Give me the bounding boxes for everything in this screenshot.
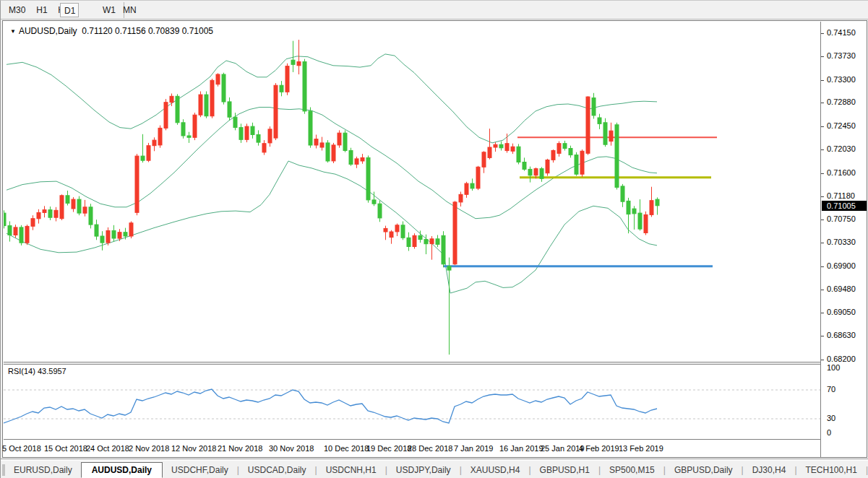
timeframe-button-d1[interactable]: D1 xyxy=(60,3,79,17)
chart-tab-bar: EURUSD,DailyAUDUSD,DailyUSDCHF,Daily|USD… xyxy=(1,461,868,478)
rsi-tick-label: 70 xyxy=(827,385,835,394)
tab-usdcad-daily[interactable]: USDCAD,Daily xyxy=(239,463,315,477)
price-tick-mark xyxy=(821,103,824,103)
price-tick-mark xyxy=(821,336,824,336)
date-tick-label: 7 Jan 2019 xyxy=(454,444,493,453)
tab-eurusd-daily[interactable]: EURUSD,Daily xyxy=(5,463,81,477)
tab-usdchf-daily[interactable]: USDCHF,Daily xyxy=(163,463,237,477)
tab-xauusd-h4[interactable]: XAUUSD,H4 xyxy=(462,463,529,477)
price-tick-label: 0.73300 xyxy=(827,75,856,84)
price-tick-mark xyxy=(821,220,824,220)
date-tick-label: 25 Jan 2019 xyxy=(541,444,585,453)
date-tick-label: 12 Nov 2018 xyxy=(171,444,216,453)
price-tick-label: 0.72880 xyxy=(827,97,856,106)
date-tick-label: 15 Oct 2018 xyxy=(44,444,87,453)
date-tick-label: 21 Nov 2018 xyxy=(218,444,262,453)
price-tick-label: 0.70330 xyxy=(827,238,856,246)
tab-gbpusd-h1[interactable]: GBPUSD,H1 xyxy=(531,463,598,477)
candlestick-canvas[interactable] xyxy=(4,22,820,362)
price-axis[interactable]: 0.71005 0.741500.737300.733000.728800.72… xyxy=(820,22,867,457)
tab-audusd-daily[interactable]: AUDUSD,Daily xyxy=(81,462,163,478)
price-tick-mark xyxy=(821,33,824,34)
rsi-line xyxy=(4,389,657,423)
rsi-tick-label: 100 xyxy=(827,363,840,372)
price-tick-label: 0.72030 xyxy=(827,144,856,153)
date-tick-label: 24 Oct 2018 xyxy=(86,444,129,453)
rsi-tick-label: 0 xyxy=(827,428,831,437)
date-tick-label: 16 Jan 2019 xyxy=(499,444,543,453)
chart-ohlc-values: 0.71120 0.71156 0.70839 0.71005 xyxy=(82,26,213,36)
bollinger-lower-band xyxy=(7,161,657,293)
price-tick-mark xyxy=(821,56,824,57)
price-tick-label: 0.73730 xyxy=(827,51,856,60)
date-tick-label: 13 Feb 2019 xyxy=(619,444,663,453)
chart-window: ▼AUDUSD,Daily 0.71120 0.71156 0.70839 0.… xyxy=(2,20,867,458)
date-tick-label: 19 Dec 2018 xyxy=(366,444,411,453)
date-tick-label: 2 Nov 2018 xyxy=(129,444,169,453)
candles xyxy=(4,40,659,355)
price-tick-mark xyxy=(821,80,824,81)
mt4-window: M30H1H4D1W1MN ▼AUDUSD,Daily 0.71120 0.71… xyxy=(0,0,868,478)
chart-symbol: AUDUSD,Daily xyxy=(19,26,77,36)
bollinger-upper-band xyxy=(7,54,657,143)
rsi-indicator-pane[interactable]: RSI(14) 43.5957 xyxy=(4,365,820,440)
timeframe-button-mn[interactable]: MN xyxy=(119,3,139,17)
price-tick-label: 0.69050 xyxy=(827,308,856,316)
timeframe-button-h1[interactable]: H1 xyxy=(33,3,51,17)
price-tick-mark xyxy=(821,313,824,313)
timeframe-button-m30[interactable]: M30 xyxy=(5,3,28,17)
price-tick-mark xyxy=(821,149,824,150)
date-tick-label: 28 Dec 2018 xyxy=(408,444,452,453)
price-tick-label: 0.69900 xyxy=(827,261,856,270)
price-tick-mark xyxy=(821,173,824,174)
price-tick-mark xyxy=(821,196,824,197)
price-tick-label: 0.68630 xyxy=(827,331,856,339)
price-tick-mark xyxy=(821,360,824,360)
price-tick-label: 0.74150 xyxy=(827,28,856,37)
tab-tech100-h1[interactable]: TECH100,H1 xyxy=(797,463,866,477)
date-tick-label: 30 Nov 2018 xyxy=(269,444,314,453)
tab-usdjpy-daily[interactable]: USDJPY,Daily xyxy=(387,463,460,477)
price-tick-label: 0.70750 xyxy=(827,214,856,223)
price-tick-label: 0.72450 xyxy=(827,121,856,130)
date-tick-label: 10 Dec 2018 xyxy=(324,444,369,453)
price-tick-mark xyxy=(821,126,824,127)
price-tick-label: 0.68200 xyxy=(827,355,856,363)
tab-dj30-h4[interactable]: DJ30,H4 xyxy=(744,463,795,477)
tabs-container: EURUSD,DailyAUDUSD,DailyUSDCHF,Daily|USD… xyxy=(5,462,868,478)
rsi-canvas[interactable] xyxy=(4,365,820,440)
chart-title: ▼AUDUSD,Daily 0.71120 0.71156 0.70839 0.… xyxy=(10,26,213,36)
tab-sp500-m15[interactable]: SP500,M15 xyxy=(601,463,663,477)
price-tick-label: 0.71600 xyxy=(827,168,856,177)
rsi-value: 43.5957 xyxy=(38,367,66,375)
tab-usdcnh-h1[interactable]: USDCNH,H1 xyxy=(317,463,385,477)
rsi-tick-label: 30 xyxy=(827,414,835,422)
date-tick-label: 4 Feb 2019 xyxy=(579,444,619,453)
rsi-header: RSI(14) 43.5957 xyxy=(8,367,66,375)
price-tick-mark xyxy=(821,243,824,243)
price-tick-mark xyxy=(821,266,824,267)
price-tick-label: 0.69480 xyxy=(827,284,856,293)
price-chart[interactable]: ▼AUDUSD,Daily 0.71120 0.71156 0.70839 0.… xyxy=(4,22,820,362)
timeframe-toolbar: M30H1H4D1W1MN xyxy=(1,1,868,19)
timeframe-button-w1[interactable]: W1 xyxy=(99,3,118,17)
price-tick-mark xyxy=(821,290,824,290)
bollinger-middle-band xyxy=(7,108,657,219)
chevron-down-icon[interactable]: ▼ xyxy=(10,28,16,35)
price-tick-label: 0.71180 xyxy=(827,191,855,200)
current-price-badge: 0.71005 xyxy=(822,201,867,211)
rsi-label: RSI(14) xyxy=(8,367,35,375)
tab-gbpusd-daily[interactable]: GBPUSD,Daily xyxy=(666,463,742,477)
date-axis[interactable]: 5 Oct 201815 Oct 201824 Oct 20182 Nov 20… xyxy=(4,440,820,457)
date-tick-label: 5 Oct 2018 xyxy=(2,444,41,453)
